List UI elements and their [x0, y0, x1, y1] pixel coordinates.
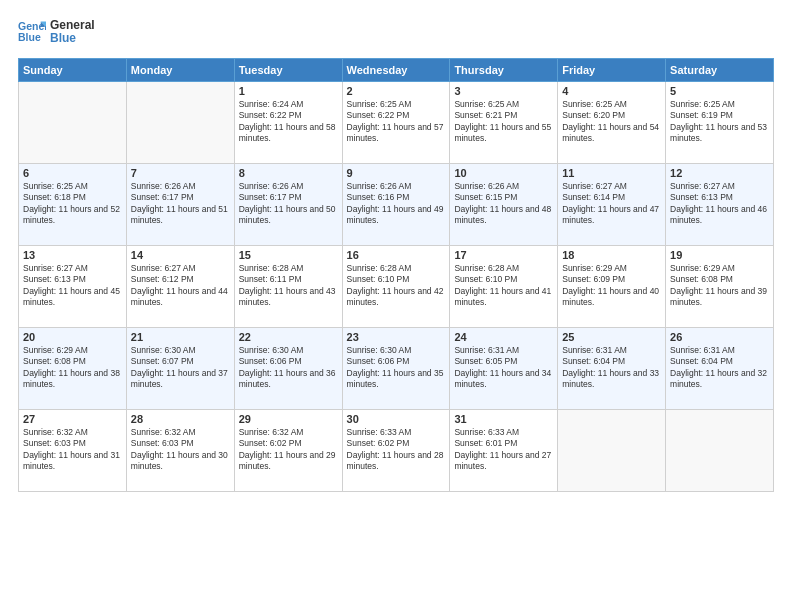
day-info: Sunrise: 6:28 AM Sunset: 6:10 PM Dayligh… — [454, 263, 553, 309]
day-number: 8 — [239, 167, 338, 179]
day-cell-15: 15Sunrise: 6:28 AM Sunset: 6:11 PM Dayli… — [234, 246, 342, 328]
day-info: Sunrise: 6:25 AM Sunset: 6:20 PM Dayligh… — [562, 99, 661, 145]
day-number: 24 — [454, 331, 553, 343]
day-info: Sunrise: 6:27 AM Sunset: 6:13 PM Dayligh… — [670, 181, 769, 227]
header: General Blue General Blue — [18, 18, 774, 46]
day-cell-26: 26Sunrise: 6:31 AM Sunset: 6:04 PM Dayli… — [666, 328, 774, 410]
day-number: 27 — [23, 413, 122, 425]
day-info: Sunrise: 6:29 AM Sunset: 6:08 PM Dayligh… — [23, 345, 122, 391]
day-cell-19: 19Sunrise: 6:29 AM Sunset: 6:08 PM Dayli… — [666, 246, 774, 328]
day-cell-9: 9Sunrise: 6:26 AM Sunset: 6:16 PM Daylig… — [342, 164, 450, 246]
day-number: 13 — [23, 249, 122, 261]
day-info: Sunrise: 6:25 AM Sunset: 6:21 PM Dayligh… — [454, 99, 553, 145]
weekday-header-tuesday: Tuesday — [234, 59, 342, 82]
week-row-4: 20Sunrise: 6:29 AM Sunset: 6:08 PM Dayli… — [19, 328, 774, 410]
day-number: 7 — [131, 167, 230, 179]
day-cell-13: 13Sunrise: 6:27 AM Sunset: 6:13 PM Dayli… — [19, 246, 127, 328]
day-info: Sunrise: 6:25 AM Sunset: 6:19 PM Dayligh… — [670, 99, 769, 145]
day-info: Sunrise: 6:29 AM Sunset: 6:08 PM Dayligh… — [670, 263, 769, 309]
day-cell-1: 1Sunrise: 6:24 AM Sunset: 6:22 PM Daylig… — [234, 82, 342, 164]
day-info: Sunrise: 6:27 AM Sunset: 6:14 PM Dayligh… — [562, 181, 661, 227]
day-info: Sunrise: 6:27 AM Sunset: 6:13 PM Dayligh… — [23, 263, 122, 309]
day-number: 25 — [562, 331, 661, 343]
weekday-header-thursday: Thursday — [450, 59, 558, 82]
day-number: 11 — [562, 167, 661, 179]
week-row-2: 6Sunrise: 6:25 AM Sunset: 6:18 PM Daylig… — [19, 164, 774, 246]
weekday-header-row: SundayMondayTuesdayWednesdayThursdayFrid… — [19, 59, 774, 82]
day-info: Sunrise: 6:30 AM Sunset: 6:06 PM Dayligh… — [347, 345, 446, 391]
day-number: 22 — [239, 331, 338, 343]
day-info: Sunrise: 6:27 AM Sunset: 6:12 PM Dayligh… — [131, 263, 230, 309]
day-number: 2 — [347, 85, 446, 97]
day-number: 28 — [131, 413, 230, 425]
day-number: 18 — [562, 249, 661, 261]
day-info: Sunrise: 6:26 AM Sunset: 6:15 PM Dayligh… — [454, 181, 553, 227]
day-number: 1 — [239, 85, 338, 97]
day-info: Sunrise: 6:28 AM Sunset: 6:11 PM Dayligh… — [239, 263, 338, 309]
day-cell-25: 25Sunrise: 6:31 AM Sunset: 6:04 PM Dayli… — [558, 328, 666, 410]
calendar-table: SundayMondayTuesdayWednesdayThursdayFrid… — [18, 58, 774, 492]
week-row-5: 27Sunrise: 6:32 AM Sunset: 6:03 PM Dayli… — [19, 410, 774, 492]
day-number: 20 — [23, 331, 122, 343]
day-number: 29 — [239, 413, 338, 425]
weekday-header-saturday: Saturday — [666, 59, 774, 82]
day-info: Sunrise: 6:25 AM Sunset: 6:18 PM Dayligh… — [23, 181, 122, 227]
day-info: Sunrise: 6:26 AM Sunset: 6:16 PM Dayligh… — [347, 181, 446, 227]
svg-text:Blue: Blue — [18, 31, 41, 43]
week-row-3: 13Sunrise: 6:27 AM Sunset: 6:13 PM Dayli… — [19, 246, 774, 328]
weekday-header-wednesday: Wednesday — [342, 59, 450, 82]
day-cell-17: 17Sunrise: 6:28 AM Sunset: 6:10 PM Dayli… — [450, 246, 558, 328]
day-cell-20: 20Sunrise: 6:29 AM Sunset: 6:08 PM Dayli… — [19, 328, 127, 410]
day-cell-29: 29Sunrise: 6:32 AM Sunset: 6:02 PM Dayli… — [234, 410, 342, 492]
day-cell-12: 12Sunrise: 6:27 AM Sunset: 6:13 PM Dayli… — [666, 164, 774, 246]
day-cell-23: 23Sunrise: 6:30 AM Sunset: 6:06 PM Dayli… — [342, 328, 450, 410]
day-info: Sunrise: 6:25 AM Sunset: 6:22 PM Dayligh… — [347, 99, 446, 145]
day-number: 23 — [347, 331, 446, 343]
day-number: 12 — [670, 167, 769, 179]
day-info: Sunrise: 6:30 AM Sunset: 6:06 PM Dayligh… — [239, 345, 338, 391]
day-cell-31: 31Sunrise: 6:33 AM Sunset: 6:01 PM Dayli… — [450, 410, 558, 492]
day-number: 16 — [347, 249, 446, 261]
week-row-1: 1Sunrise: 6:24 AM Sunset: 6:22 PM Daylig… — [19, 82, 774, 164]
day-cell-27: 27Sunrise: 6:32 AM Sunset: 6:03 PM Dayli… — [19, 410, 127, 492]
day-cell-28: 28Sunrise: 6:32 AM Sunset: 6:03 PM Dayli… — [126, 410, 234, 492]
day-cell-7: 7Sunrise: 6:26 AM Sunset: 6:17 PM Daylig… — [126, 164, 234, 246]
day-number: 17 — [454, 249, 553, 261]
day-number: 4 — [562, 85, 661, 97]
day-number: 3 — [454, 85, 553, 97]
day-number: 26 — [670, 331, 769, 343]
calendar-page: General Blue General Blue SundayMondayTu… — [0, 0, 792, 612]
day-info: Sunrise: 6:31 AM Sunset: 6:04 PM Dayligh… — [562, 345, 661, 391]
day-cell-10: 10Sunrise: 6:26 AM Sunset: 6:15 PM Dayli… — [450, 164, 558, 246]
day-cell-21: 21Sunrise: 6:30 AM Sunset: 6:07 PM Dayli… — [126, 328, 234, 410]
day-number: 30 — [347, 413, 446, 425]
day-info: Sunrise: 6:32 AM Sunset: 6:03 PM Dayligh… — [23, 427, 122, 473]
day-cell-2: 2Sunrise: 6:25 AM Sunset: 6:22 PM Daylig… — [342, 82, 450, 164]
empty-cell — [666, 410, 774, 492]
day-info: Sunrise: 6:28 AM Sunset: 6:10 PM Dayligh… — [347, 263, 446, 309]
day-cell-18: 18Sunrise: 6:29 AM Sunset: 6:09 PM Dayli… — [558, 246, 666, 328]
day-cell-11: 11Sunrise: 6:27 AM Sunset: 6:14 PM Dayli… — [558, 164, 666, 246]
weekday-header-friday: Friday — [558, 59, 666, 82]
day-number: 21 — [131, 331, 230, 343]
day-info: Sunrise: 6:32 AM Sunset: 6:02 PM Dayligh… — [239, 427, 338, 473]
day-info: Sunrise: 6:26 AM Sunset: 6:17 PM Dayligh… — [131, 181, 230, 227]
day-cell-22: 22Sunrise: 6:30 AM Sunset: 6:06 PM Dayli… — [234, 328, 342, 410]
day-cell-16: 16Sunrise: 6:28 AM Sunset: 6:10 PM Dayli… — [342, 246, 450, 328]
day-cell-3: 3Sunrise: 6:25 AM Sunset: 6:21 PM Daylig… — [450, 82, 558, 164]
day-number: 19 — [670, 249, 769, 261]
day-info: Sunrise: 6:24 AM Sunset: 6:22 PM Dayligh… — [239, 99, 338, 145]
day-info: Sunrise: 6:32 AM Sunset: 6:03 PM Dayligh… — [131, 427, 230, 473]
day-info: Sunrise: 6:30 AM Sunset: 6:07 PM Dayligh… — [131, 345, 230, 391]
day-info: Sunrise: 6:33 AM Sunset: 6:01 PM Dayligh… — [454, 427, 553, 473]
day-number: 6 — [23, 167, 122, 179]
day-number: 31 — [454, 413, 553, 425]
logo: General Blue General Blue — [18, 18, 95, 46]
day-number: 15 — [239, 249, 338, 261]
day-number: 14 — [131, 249, 230, 261]
day-number: 9 — [347, 167, 446, 179]
day-cell-5: 5Sunrise: 6:25 AM Sunset: 6:19 PM Daylig… — [666, 82, 774, 164]
day-number: 5 — [670, 85, 769, 97]
weekday-header-sunday: Sunday — [19, 59, 127, 82]
day-cell-4: 4Sunrise: 6:25 AM Sunset: 6:20 PM Daylig… — [558, 82, 666, 164]
